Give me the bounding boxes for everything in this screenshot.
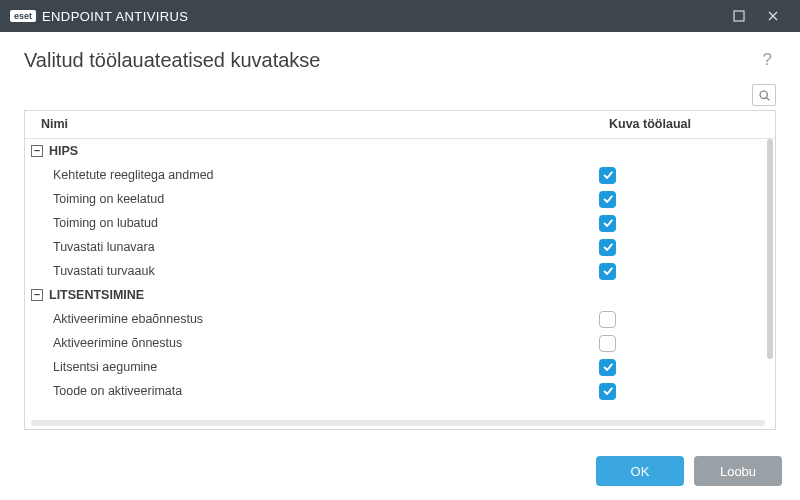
- search-button[interactable]: [752, 84, 776, 106]
- header: Valitud töölauateatised kuvatakse ?: [0, 32, 800, 84]
- search-icon: [758, 89, 771, 102]
- vertical-scroll-thumb[interactable]: [767, 139, 773, 359]
- column-header-name[interactable]: Nimi: [25, 111, 605, 138]
- cancel-button[interactable]: Loobu: [694, 456, 782, 486]
- minimize-icon: [733, 10, 745, 22]
- horizontal-scroll-thumb[interactable]: [31, 420, 765, 426]
- window-close-button[interactable]: [756, 0, 790, 32]
- item-label: Tuvastati lunavara: [25, 240, 595, 254]
- item-row: Tuvastati turvaauk: [25, 259, 765, 283]
- show-on-desktop-checkbox[interactable]: [599, 263, 616, 280]
- horizontal-scrollbar[interactable]: [31, 420, 765, 426]
- item-label: Tuvastati turvaauk: [25, 264, 595, 278]
- group-row[interactable]: –HIPS: [25, 139, 765, 163]
- show-on-desktop-checkbox[interactable]: [599, 215, 616, 232]
- collapse-icon[interactable]: –: [31, 145, 43, 157]
- titlebar: eset ENDPOINT ANTIVIRUS: [0, 0, 800, 32]
- svg-rect-0: [734, 11, 744, 21]
- item-row: Aktiveerimine õnnestus: [25, 331, 765, 355]
- brand: eset ENDPOINT ANTIVIRUS: [10, 9, 188, 24]
- item-label: Litsentsi aegumine: [25, 360, 595, 374]
- notification-list: Nimi Kuva töölaual –HIPSKehtetute reegli…: [24, 110, 776, 430]
- group-row[interactable]: –LITSENTSIMINE: [25, 283, 765, 307]
- search-row: [0, 84, 800, 110]
- close-icon: [767, 10, 779, 22]
- footer: OK Loobu: [0, 430, 800, 500]
- item-row: Kehtetute reeglitega andmed: [25, 163, 765, 187]
- item-row: Litsentsi aegumine: [25, 355, 765, 379]
- ok-button[interactable]: OK: [596, 456, 684, 486]
- item-label: Aktiveerimine õnnestus: [25, 336, 595, 350]
- show-on-desktop-checkbox[interactable]: [599, 239, 616, 256]
- show-on-desktop-checkbox[interactable]: [599, 335, 616, 352]
- list-body[interactable]: –HIPSKehtetute reeglitega andmedToiming …: [25, 139, 765, 419]
- item-label: Toiming on keelatud: [25, 192, 595, 206]
- item-row: Toode on aktiveerimata: [25, 379, 765, 403]
- collapse-icon[interactable]: –: [31, 289, 43, 301]
- item-row: Toiming on lubatud: [25, 211, 765, 235]
- minus-glyph: –: [34, 146, 40, 154]
- show-on-desktop-checkbox[interactable]: [599, 383, 616, 400]
- svg-line-2: [766, 97, 769, 100]
- item-label: Kehtetute reeglitega andmed: [25, 168, 595, 182]
- show-on-desktop-checkbox[interactable]: [599, 359, 616, 376]
- item-label: Aktiveerimine ebaõnnestus: [25, 312, 595, 326]
- help-button[interactable]: ?: [759, 46, 776, 74]
- minus-glyph: –: [34, 290, 40, 298]
- show-on-desktop-checkbox[interactable]: [599, 167, 616, 184]
- show-on-desktop-checkbox[interactable]: [599, 191, 616, 208]
- page-title: Valitud töölauateatised kuvatakse: [24, 49, 321, 72]
- item-label: Toode on aktiveerimata: [25, 384, 595, 398]
- item-row: Tuvastati lunavara: [25, 235, 765, 259]
- brand-badge: eset: [10, 10, 36, 22]
- group-label: HIPS: [49, 144, 78, 158]
- dialog-window: eset ENDPOINT ANTIVIRUS Valitud töölauat…: [0, 0, 800, 500]
- show-on-desktop-checkbox[interactable]: [599, 311, 616, 328]
- window-minimize-button[interactable]: [722, 0, 756, 32]
- vertical-scrollbar[interactable]: [767, 139, 773, 417]
- group-label: LITSENTSIMINE: [49, 288, 144, 302]
- item-row: Aktiveerimine ebaõnnestus: [25, 307, 765, 331]
- svg-point-1: [760, 91, 767, 98]
- brand-text: ENDPOINT ANTIVIRUS: [42, 9, 188, 24]
- item-row: Toiming on keelatud: [25, 187, 765, 211]
- column-header-show[interactable]: Kuva töölaual: [605, 111, 775, 138]
- item-label: Toiming on lubatud: [25, 216, 595, 230]
- list-header: Nimi Kuva töölaual: [25, 111, 775, 139]
